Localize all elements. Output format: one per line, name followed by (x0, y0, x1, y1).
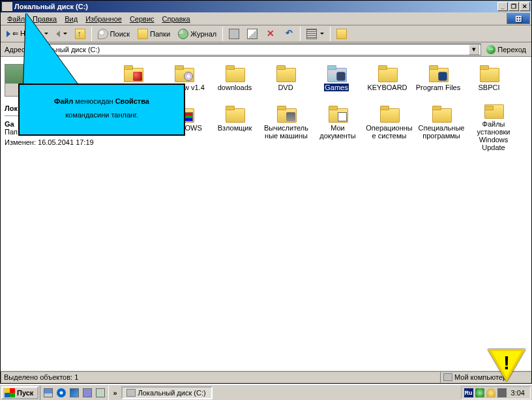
minimize-button[interactable]: _ (497, 2, 508, 11)
chevron-down-icon (63, 33, 67, 35)
views-icon (306, 29, 317, 39)
folder-item[interactable]: Games (311, 64, 362, 104)
separator (91, 27, 92, 41)
address-input[interactable]: альный диск (C:) ▾ (29, 44, 482, 55)
addressbar: Адрес альный диск (C:) ▾ Переход (1, 42, 531, 57)
history-button[interactable]: Журнал (175, 27, 220, 41)
folder-item[interactable]: Мои документы (312, 104, 363, 145)
folder-item[interactable]: Файлы установки Windows Update (467, 104, 520, 151)
folder-item[interactable]: CDSlow v1.4 (158, 64, 209, 104)
folder-item[interactable]: VFPC (108, 104, 158, 145)
menubar: Файл Правка Вид Избранное Сервис Справка… (1, 12, 531, 25)
ql-chevron[interactable]: » (110, 389, 119, 397)
ql-oe[interactable] (68, 387, 80, 399)
search-button[interactable]: Поиск (95, 27, 133, 41)
folder-item[interactable]: DVD (260, 64, 311, 104)
address-dropdown[interactable]: ▾ (469, 44, 479, 55)
side-selected: Ga Пап (5, 120, 101, 136)
folder-item[interactable]: SBPCI (464, 64, 514, 104)
forward-arrow-icon (56, 31, 60, 37)
folder-icon (276, 104, 297, 123)
extra-icon (336, 29, 347, 39)
menu-view[interactable]: Вид (61, 14, 81, 24)
menu-edit[interactable]: Правка (29, 14, 61, 24)
folder-item[interactable]: KEYBOARD (362, 64, 413, 104)
folder-item[interactable]: Вычислительные машины (260, 104, 312, 151)
folder-item[interactable]: Специальные программы (415, 104, 467, 151)
address-label: Адрес (3, 46, 27, 54)
views-button[interactable] (303, 27, 327, 41)
folder-label: Файлы установки Windows Update (469, 120, 518, 151)
ie-icon (57, 388, 66, 397)
start-button[interactable]: Пуск (1, 386, 38, 399)
folder-label: Мои документы (313, 124, 362, 140)
folder-item[interactable]: WINDOWS (158, 104, 209, 145)
network-icon[interactable] (475, 388, 484, 397)
folder-icon (173, 104, 194, 123)
up-button[interactable] (72, 27, 89, 41)
go-icon (486, 45, 495, 54)
search-icon (98, 29, 108, 39)
folder-icon (479, 64, 499, 82)
folder-label: Games (324, 84, 348, 91)
status-selected: Выделено объектов: 1 (1, 371, 440, 383)
folder-label: Program Files (415, 84, 461, 91)
folder-icon (431, 104, 452, 123)
menu-tools[interactable]: Сервис (126, 14, 158, 24)
go-button[interactable]: Переход (484, 44, 529, 55)
folder-item[interactable]: downloads (209, 64, 260, 104)
menu-file[interactable]: Файл (3, 14, 29, 24)
desktop-icon (44, 388, 53, 397)
drive-image (5, 64, 57, 97)
folder-item[interactable]: Взломщик (209, 104, 260, 145)
folder-label: KEYBOARD (366, 84, 407, 91)
ql-ie[interactable] (55, 387, 67, 399)
clock[interactable]: 3:04 (509, 389, 527, 397)
go-label: Переход (497, 46, 526, 54)
delete-button[interactable]: ✕ (262, 27, 279, 41)
folder-item[interactable]: Adobe (108, 64, 158, 104)
folder-icon (327, 104, 348, 123)
attention-badge: ! (488, 349, 525, 383)
moveto-button[interactable] (226, 27, 243, 41)
system-tray: Ru 3:04 (461, 386, 531, 399)
task-explorer[interactable]: Локальный диск (C:) (121, 386, 213, 399)
menu-help[interactable]: Справка (158, 14, 194, 24)
folder-icon (326, 64, 347, 82)
folder-label: Специальные программы (417, 124, 466, 140)
address-text: альный диск (C:) (44, 46, 467, 54)
ql-app2[interactable] (95, 387, 106, 399)
back-button[interactable]: ⇐ Назад (3, 27, 52, 41)
bell-icon[interactable] (486, 388, 495, 397)
lang-indicator[interactable]: Ru (464, 388, 473, 397)
maximize-button[interactable]: ❐ (509, 2, 519, 11)
chevron-down-icon (320, 33, 324, 35)
menu-favorites[interactable]: Избранное (81, 14, 126, 24)
ql-desktop[interactable] (42, 387, 54, 399)
up-folder-icon (75, 29, 85, 39)
undo-button[interactable]: ↶ (280, 27, 297, 41)
ql-app1[interactable] (81, 387, 93, 399)
app-icon (83, 388, 92, 397)
close-button[interactable]: ✕ (520, 2, 530, 11)
volume-icon[interactable] (497, 388, 507, 397)
folder-label: Adobe (122, 84, 144, 91)
forward-button[interactable] (53, 27, 70, 41)
undo-icon: ↶ (284, 29, 294, 39)
copyto-button[interactable] (244, 27, 261, 41)
folder-overlay-icon (338, 112, 347, 121)
folders-button[interactable]: Папки (134, 27, 173, 41)
file-grid[interactable]: AdobeCDSlow v1.4downloadsDVDGamesKEYBOAR… (105, 57, 531, 370)
chevron-down-icon (44, 33, 48, 35)
side-title: Лок (5, 100, 101, 114)
toolbar: ⇐ Назад Поиск Папки Журнал ✕ ↶ (1, 25, 531, 42)
delete-icon: ✕ (265, 29, 276, 39)
side-divider (5, 115, 101, 116)
folder-item[interactable]: Program Files (413, 64, 464, 104)
separator (330, 27, 331, 41)
folder-item[interactable]: Операционные системы (363, 104, 415, 151)
folder-label: Операционные системы (364, 124, 414, 140)
folder-overlay-icon (184, 112, 193, 121)
extra-button[interactable] (333, 27, 350, 41)
folder-label: DVD (277, 84, 293, 91)
